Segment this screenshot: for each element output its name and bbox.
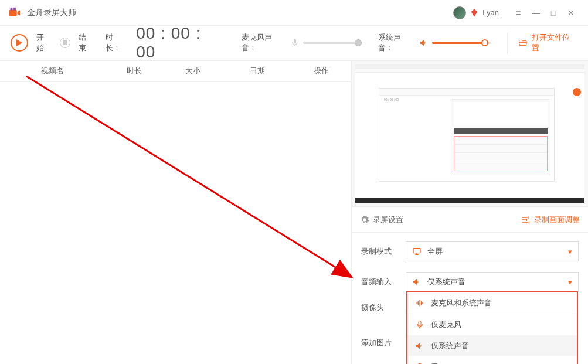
main-area: 视频名 时长 大小 日期 操作 00 : 00 : 00 —: [0, 61, 588, 364]
duration-label: 时长：: [106, 32, 128, 53]
audio-value: 仅系统声音: [427, 277, 563, 287]
col-duration: 时长: [105, 66, 164, 76]
gear-icon: [360, 215, 369, 224]
mic-icon: [290, 38, 300, 47]
svg-marker-3: [18, 10, 21, 15]
start-label: 开始: [36, 32, 52, 53]
folder-icon: [518, 38, 528, 47]
title-bar: 金舟录屏大师 Lyan ≡ — □ ✕: [0, 0, 588, 26]
right-panel: 00 : 00 : 00 — 录屏设置: [352, 61, 588, 364]
stop-label: 结束: [79, 32, 94, 53]
audio-label: 音频输入: [361, 277, 397, 287]
mode-value: 全屏: [427, 246, 563, 257]
wave-icon: [414, 298, 425, 308]
chevron-down-icon: ▾: [568, 278, 572, 287]
table-header: 视频名 时长 大小 日期 操作: [0, 61, 351, 82]
speaker-icon: [419, 38, 429, 47]
app-logo-icon: [8, 6, 21, 19]
settings-title: 录屏设置: [373, 215, 403, 225]
avatar[interactable]: [453, 6, 466, 19]
dd-label: 仅系统声音: [431, 341, 469, 351]
preview-area: 00 : 00 : 00 —: [352, 61, 588, 207]
svg-rect-5: [413, 249, 420, 253]
col-size: 大小: [164, 66, 222, 76]
col-action: 操作: [292, 66, 351, 76]
addimg-label: 添加图片: [361, 338, 397, 348]
vip-diamond-icon: [470, 8, 479, 18]
app-title: 金舟录屏大师: [27, 8, 453, 18]
camera-label: 摄像头: [361, 302, 397, 313]
svg-rect-0: [9, 9, 17, 16]
adjust-label: 录制画面调整: [534, 215, 580, 225]
dd-label: 仅麦克风: [431, 319, 461, 330]
mode-select[interactable]: 全屏 ▾: [406, 241, 579, 261]
sys-volume-slider[interactable]: [432, 42, 490, 44]
col-name: 视频名: [0, 66, 105, 76]
speaker-icon: [412, 277, 423, 287]
dd-option-mic-sys[interactable]: 麦克风和系统声音: [407, 292, 577, 314]
sys-label: 系统声音：: [378, 32, 416, 53]
none-icon: [414, 362, 425, 365]
speaker-icon: [414, 341, 425, 351]
mic-icon: [414, 320, 425, 329]
sliders-icon: [521, 215, 531, 224]
maximize-button[interactable]: □: [545, 4, 562, 22]
mic-volume-slider[interactable]: [303, 42, 361, 44]
mic-label: 麦克风声音：: [242, 32, 287, 53]
dd-option-none[interactable]: 无: [407, 356, 577, 364]
audio-select[interactable]: 仅系统声音 ▾ 麦克风和系统声音 仅麦克风 仅系统声: [406, 272, 579, 292]
window-controls: ≡ — □ ✕: [509, 4, 580, 22]
svg-rect-2: [13, 7, 16, 10]
audio-dropdown: 麦克风和系统声音 仅麦克风 仅系统声音 无: [406, 291, 578, 364]
dd-label: 麦克风和系统声音: [431, 298, 492, 308]
adjust-capture-button[interactable]: 录制画面调整: [521, 215, 580, 225]
timer-display: 00 : 00 : 00: [136, 24, 225, 62]
minimize-button[interactable]: —: [527, 4, 545, 22]
user-area[interactable]: Lyan: [453, 6, 509, 19]
username: Lyan: [482, 8, 499, 17]
toolbar: 开始 结束 时长： 00 : 00 : 00 麦克风声音： 系统声音： 打开文件…: [0, 26, 588, 61]
chevron-down-icon: ▾: [568, 247, 572, 256]
audio-row: 音频输入 仅系统声音 ▾ 麦克风和系统声音 仅麦克风: [361, 272, 579, 292]
monitor-icon: [412, 247, 423, 256]
dd-option-mic[interactable]: 仅麦克风: [407, 314, 577, 335]
close-button[interactable]: ✕: [562, 4, 580, 22]
svg-marker-4: [16, 39, 22, 46]
open-folder-label: 打开文件位置: [532, 32, 577, 53]
dd-option-sys[interactable]: 仅系统声音: [407, 335, 577, 356]
mode-label: 录制模式: [361, 246, 397, 257]
dd-label: 无: [431, 362, 439, 365]
record-stop-button[interactable]: [60, 38, 70, 48]
record-start-button[interactable]: [11, 34, 28, 52]
svg-rect-1: [11, 7, 13, 10]
settings-body: 录制模式 全屏 ▾ 音频输入 仅系统声音 ▾ 麦克风和系统声音: [352, 233, 588, 356]
mode-row: 录制模式 全屏 ▾: [361, 241, 579, 261]
menu-button[interactable]: ≡: [509, 4, 527, 22]
open-folder-button[interactable]: 打开文件位置: [507, 32, 577, 53]
col-date: 日期: [222, 66, 293, 76]
settings-header: 录屏设置 录制画面调整: [352, 207, 588, 233]
recordings-panel: 视频名 时长 大小 日期 操作: [0, 61, 352, 364]
